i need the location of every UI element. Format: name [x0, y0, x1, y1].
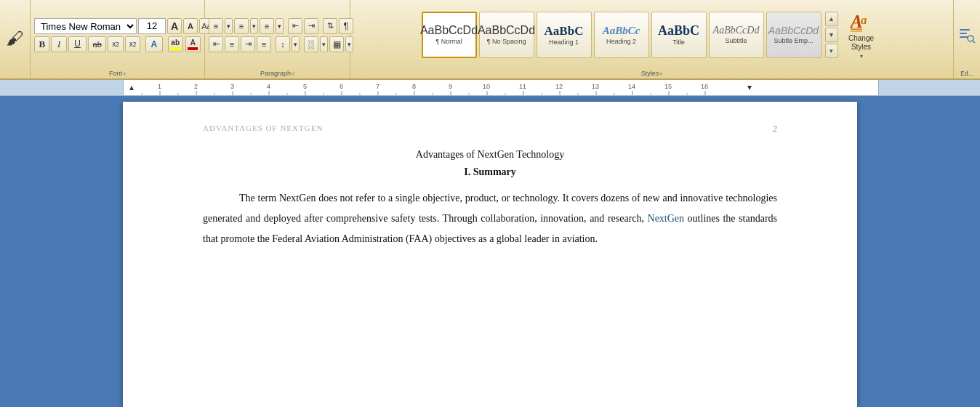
scroll-up-button[interactable]: ▲: [825, 12, 838, 26]
shading-dropdown[interactable]: ▾: [320, 36, 328, 52]
style-normal-preview: AaBbCcDd: [420, 25, 478, 36]
svg-text:10: 10: [483, 83, 490, 90]
style-title-card[interactable]: AaBbC Title: [651, 12, 707, 58]
style-nospace-card[interactable]: AaBbCcDd ¶ No Spacing: [479, 12, 534, 58]
editing-section: Ed...: [954, 0, 980, 78]
style-h1-preview: AaBbC: [545, 25, 584, 37]
scroll-more-button[interactable]: ▾: [825, 44, 838, 58]
font-size-input[interactable]: [138, 18, 166, 34]
style-nospace-preview: AaBbCcDd: [478, 25, 535, 36]
align-center-button[interactable]: ≡: [225, 36, 239, 52]
svg-text:a: a: [861, 12, 867, 26]
find-replace-area[interactable]: [958, 26, 976, 44]
editing-icon: [958, 26, 976, 44]
line-spacing-button[interactable]: ↕: [276, 36, 290, 52]
change-styles-button[interactable]: A a ChangeStyles ▾: [840, 12, 883, 58]
style-subtitle-card[interactable]: AaBbCcDd Subtitle: [709, 12, 764, 58]
svg-text:3: 3: [230, 83, 234, 90]
paragraph-expand-icon[interactable]: ▿: [292, 70, 294, 77]
bullets-button[interactable]: ≡: [209, 18, 223, 34]
svg-text:6: 6: [340, 83, 343, 90]
style-nospace-label: ¶ No Spacing: [487, 38, 526, 45]
font-format-row: B I U ab x2 x2 A ab: [34, 36, 201, 52]
strikethrough-icon: ab: [93, 40, 102, 49]
svg-text:7: 7: [376, 83, 379, 90]
scroll-down-button[interactable]: ▼: [825, 28, 838, 42]
italic-button[interactable]: I: [51, 36, 66, 52]
svg-text:15: 15: [664, 83, 672, 90]
style-subtle-preview: AaBbCcDd: [768, 25, 819, 36]
style-normal-label: ¶ Normal: [435, 38, 462, 45]
paragraph-section: ≡ ▾ ≡ ▾ ≡ ▾ ⇤ ⇥ ⇅ ¶ ⇤ ≡ ⇥: [205, 0, 350, 78]
numbering-button[interactable]: ≡: [234, 18, 249, 34]
sort-button[interactable]: ⇅: [323, 18, 337, 34]
styles-label: Styles ▿: [354, 68, 949, 77]
paragraph-label: Paragraph ▿: [209, 68, 346, 77]
style-h1-card[interactable]: AaBbC Heading 1: [537, 12, 592, 58]
styles-scroll: ▲ ▼ ▾: [825, 12, 838, 58]
svg-text:16: 16: [701, 83, 708, 90]
styles-expand-icon[interactable]: ▿: [659, 70, 662, 77]
font-section: Times New Roman A A Aa B I U ab: [31, 0, 205, 78]
multilevel-dropdown[interactable]: ▾: [276, 18, 284, 34]
section-heading: I. Summary: [203, 166, 777, 178]
underline-button[interactable]: U: [68, 36, 87, 52]
svg-point-7: [968, 36, 973, 41]
line-spacing-dropdown[interactable]: ▾: [292, 36, 300, 52]
font-color-button[interactable]: A: [185, 36, 201, 52]
style-title-preview: AaBbC: [658, 24, 699, 37]
style-h2-preview: AaBbCc: [603, 25, 640, 36]
shrink-font-button[interactable]: A: [183, 18, 198, 34]
subscript-button[interactable]: x2: [108, 36, 123, 52]
clipboard-section: 🖌: [0, 0, 31, 78]
header-left-text: ADVANTAGES OF NEXTGEN: [203, 124, 323, 132]
superscript-button[interactable]: x2: [125, 36, 140, 52]
style-h1-label: Heading 1: [549, 39, 579, 46]
highlight-color-button[interactable]: ab: [168, 36, 183, 52]
svg-text:12: 12: [555, 83, 563, 90]
body-paragraph[interactable]: The term NextGen does not refer to a sin…: [203, 188, 777, 249]
document-title: Advantages of NextGen Technology: [203, 149, 777, 161]
align-left-button[interactable]: ⇤: [209, 36, 223, 52]
justify-button[interactable]: ≡: [257, 36, 271, 52]
font-color-label: A: [190, 39, 196, 47]
style-h2-label: Heading 2: [606, 38, 636, 45]
font-expand-icon[interactable]: ▿: [123, 70, 126, 77]
text-effects-button[interactable]: A: [145, 36, 162, 52]
font-color-bar: [188, 47, 198, 50]
editing-label: Ed...: [957, 68, 976, 77]
svg-rect-6: [960, 36, 968, 38]
borders-button[interactable]: ▦: [329, 36, 344, 52]
format-painter-button[interactable]: 🖌: [2, 20, 28, 57]
shading-button[interactable]: ░: [304, 36, 318, 52]
page-number: 2: [773, 124, 777, 134]
decrease-indent-button[interactable]: ⇤: [288, 18, 302, 34]
align-right-button[interactable]: ⇥: [241, 36, 255, 52]
font-name-dropdown[interactable]: Times New Roman: [34, 18, 137, 34]
ruler: 1 2 3 4 5 6 7 8 9: [0, 80, 980, 96]
multilevel-button[interactable]: ≡: [260, 18, 274, 34]
numbering-dropdown[interactable]: ▾: [250, 18, 258, 34]
svg-text:9: 9: [449, 83, 452, 90]
document-page[interactable]: ADVANTAGES OF NEXTGEN 2 Advantages of Ne…: [123, 102, 857, 407]
bold-button[interactable]: B: [34, 36, 49, 52]
svg-text:2: 2: [194, 83, 198, 90]
page-header: ADVANTAGES OF NEXTGEN 2: [203, 124, 777, 134]
style-normal-card[interactable]: AaBbCcDd ¶ Normal: [422, 12, 477, 58]
strikethrough-button[interactable]: ab: [88, 36, 106, 52]
svg-text:13: 13: [592, 83, 599, 90]
nextgen-link: NextGen: [648, 213, 685, 224]
change-styles-label: ChangeStyles: [848, 34, 874, 52]
svg-text:14: 14: [628, 83, 635, 90]
style-title-label: Title: [672, 39, 685, 46]
svg-text:4: 4: [267, 83, 270, 90]
grow-font-button[interactable]: A: [167, 18, 182, 34]
increase-indent-button[interactable]: ⇥: [304, 18, 318, 34]
change-styles-arrow: ▾: [860, 53, 863, 60]
svg-line-8: [973, 41, 975, 43]
style-subtle-label: Subtle Emp...: [774, 37, 813, 44]
document-area: ADVANTAGES OF NEXTGEN 2 Advantages of Ne…: [0, 96, 980, 407]
bullets-dropdown[interactable]: ▾: [225, 18, 233, 34]
style-subtle-card[interactable]: AaBbCcDd Subtle Emp...: [766, 12, 822, 58]
style-h2-card[interactable]: AaBbCc Heading 2: [594, 12, 649, 58]
